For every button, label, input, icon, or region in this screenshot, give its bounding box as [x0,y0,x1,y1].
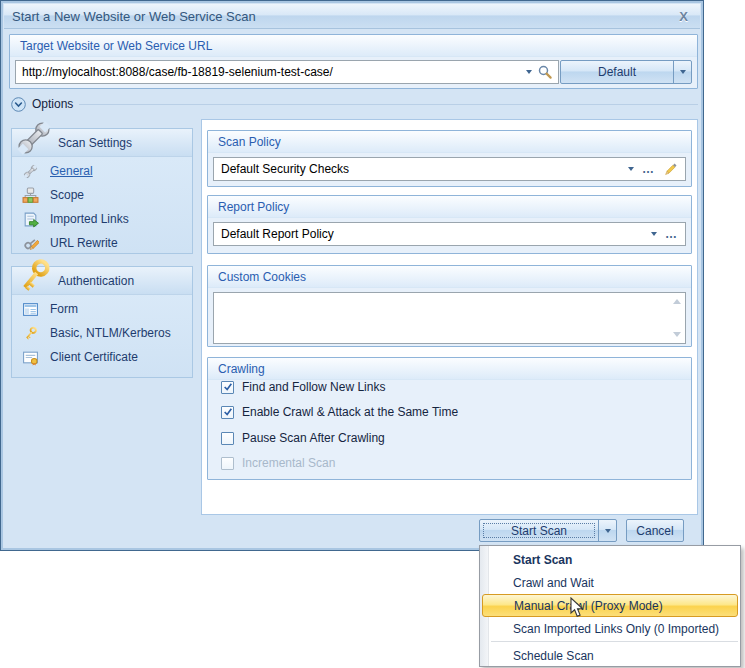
sidebar-item-client-certificate[interactable]: Client Certificate [12,345,192,369]
checkbox-crawl-attack[interactable]: Enable Crawl & Attack at the Same Time [221,405,458,419]
wrench-icon [12,117,56,159]
sidebar-item-label[interactable]: Basic, NTLM/Kerberos [50,326,171,340]
target-url-group: Target Website or Web Service URL Defaul… [9,34,698,89]
scan-policy-header: Scan Policy [218,135,281,149]
menu-item-scan-imported-links[interactable]: Scan Imported Links Only (0 Imported) [480,617,740,640]
scan-policy-combo[interactable]: Default Security Checks … [213,157,686,181]
menu-item-crawl-and-wait[interactable]: Crawl and Wait [480,571,740,594]
authentication-title: Authentication [58,274,134,288]
report-policy-dropdown-icon[interactable] [651,232,657,236]
sidebar-item-url-rewrite[interactable]: URL Rewrite [12,231,192,255]
scroll-down-icon[interactable] [673,332,681,337]
options-toggle-row: Options [11,95,698,113]
title-bar: Start a New Website or Web Service Scan … [4,4,700,29]
url-rewrite-icon [22,235,39,252]
custom-cookies-box [213,292,686,344]
crawling-header: Crawling [218,362,265,376]
start-scan-dropdown-arrow[interactable] [598,520,616,541]
checkbox-pause-after-crawl[interactable]: Pause Scan After Crawling [221,431,385,445]
sidebar-item-form[interactable]: Form [12,297,192,321]
checkbox-checked-icon[interactable] [221,406,234,419]
report-policy-header: Report Policy [218,200,289,214]
target-url-header: Target Website or Web Service URL [10,35,697,57]
target-url-input-wrap [15,60,559,84]
report-policy-combo[interactable]: Default Report Policy … [213,222,686,246]
menu-item-start-scan[interactable]: Start Scan [480,548,740,571]
cancel-label[interactable]: Cancel [627,520,683,541]
menu-item-manual-crawl[interactable]: Manual Crawl (Proxy Mode) [482,594,738,617]
profile-default-button[interactable]: Default [560,60,692,84]
scan-policy-value: Default Security Checks [221,162,349,176]
sidebar-item-label[interactable]: Client Certificate [50,350,138,364]
sidebar-item-general[interactable]: General [12,159,192,183]
custom-cookies-input[interactable] [215,294,671,342]
target-url-input[interactable] [22,62,520,82]
checkbox-unchecked-icon[interactable] [221,432,234,445]
close-icon[interactable]: X [675,9,692,24]
sidebar-item-imported-links[interactable]: Imported Links [12,207,192,231]
form-icon [22,301,39,318]
scan-policy-dropdown-icon[interactable] [628,167,634,171]
checkbox-find-follow-links[interactable]: Find and Follow New Links [221,380,385,394]
checkbox-label: Incremental Scan [242,456,335,470]
certificate-icon [22,349,39,366]
sidebar-item-label[interactable]: Imported Links [50,212,129,226]
sidebar-item-basic-ntlm[interactable]: Basic, NTLM/Kerberos [12,321,192,345]
scroll-up-icon[interactable] [673,299,681,304]
authentication-panel: Authentication Form [11,266,193,378]
sidebar-item-label[interactable]: Form [50,302,78,316]
import-links-icon [22,211,39,228]
search-icon[interactable] [538,65,552,79]
sidebar-item-label[interactable]: URL Rewrite [50,236,118,250]
edit-pencil-icon[interactable] [663,162,678,177]
report-policy-value: Default Report Policy [221,227,334,241]
cancel-button[interactable]: Cancel [626,519,684,542]
checkbox-label: Pause Scan After Crawling [242,431,385,445]
profile-default-label[interactable]: Default [561,61,673,83]
key-icon [12,255,56,297]
start-scan-label[interactable]: Start Scan [480,520,598,541]
scan-settings-panel: Scan Settings General [11,128,193,254]
scan-dialog: Start a New Website or Web Service Scan … [0,0,704,551]
report-policy-browse-button[interactable]: … [665,229,678,239]
scan-settings-header: Scan Settings [12,129,192,157]
scan-settings-title: Scan Settings [58,136,132,150]
url-dropdown-icon[interactable] [526,70,532,74]
start-scan-dropdown-menu: Start Scan Crawl and Wait Manual Crawl (… [479,545,741,667]
sidebar-item-scope[interactable]: Scope [12,183,192,207]
key-small-icon [22,325,39,342]
sitemap-icon [22,187,39,204]
report-policy-group: Report Policy Default Report Policy … [207,195,692,254]
options-label: Options [32,97,73,111]
menu-separator [491,641,738,642]
authentication-header: Authentication [12,267,192,295]
checkbox-incremental-scan: Incremental Scan [221,456,335,470]
chevron-down-circle-icon[interactable] [11,97,26,112]
sidebar-item-label[interactable]: General [50,164,93,178]
mouse-cursor [570,597,586,619]
main-settings-panel: Scan Policy Default Security Checks … Re… [201,119,698,515]
sidebar-item-label[interactable]: Scope [50,188,84,202]
scan-policy-group: Scan Policy Default Security Checks … [207,130,692,187]
page-title: Start a New Website or Web Service Scan [12,9,675,24]
checkbox-disabled-icon [221,457,234,470]
custom-cookies-header: Custom Cookies [218,270,306,284]
start-scan-button[interactable]: Start Scan [479,519,617,542]
menu-item-schedule-scan[interactable]: Schedule Scan [480,644,740,667]
profile-dropdown-arrow[interactable] [673,61,691,83]
options-divider [79,104,698,105]
custom-cookies-group: Custom Cookies [207,265,692,347]
checkbox-checked-icon[interactable] [221,381,234,394]
crawling-group: Crawling Find and Follow New Links Enabl… [207,357,692,480]
wrench-small-icon [22,163,39,180]
scan-policy-browse-button[interactable]: … [642,164,655,174]
checkbox-label: Enable Crawl & Attack at the Same Time [242,405,458,419]
checkbox-label: Find and Follow New Links [242,380,385,394]
